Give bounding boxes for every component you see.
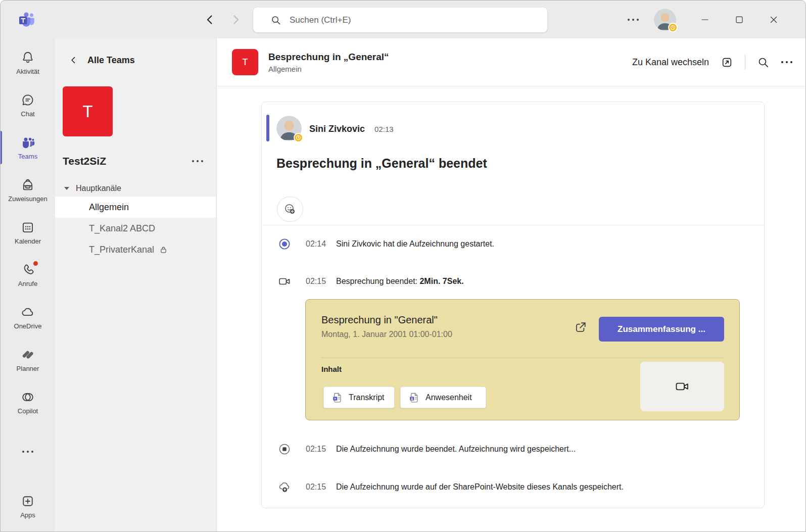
meeting-message-card: Sini Zivkovic 02:13 Besprechung in „Gene…	[261, 102, 765, 508]
event-recording-stopped: 02:15 Die Aufzeichnung wurde beendet. Au…	[278, 440, 749, 458]
rail-label: Kalender	[15, 237, 41, 245]
content-label: Inhalt	[321, 365, 342, 373]
meeting-duration: 2Min. 7Sek.	[419, 277, 463, 285]
maximize-button[interactable]	[728, 8, 751, 31]
author-avatar	[276, 116, 302, 141]
caret-down-icon	[64, 187, 69, 190]
camera-icon	[278, 275, 291, 288]
channel-label: T_Kanal2 ABCD	[89, 223, 155, 234]
transcript-label: Transkript	[349, 393, 385, 402]
switch-channel-button[interactable]: Zu Kanal wechseln	[632, 57, 709, 68]
share-button[interactable]	[574, 320, 589, 335]
event-time: 02:15	[306, 277, 328, 286]
meeting-recap-card: Besprechung in "General" Montag, 1. Janu…	[305, 299, 740, 420]
away-status-icon	[294, 133, 303, 142]
backpack-icon	[21, 178, 35, 192]
attendance-button[interactable]: Anwesenheit	[400, 386, 486, 408]
rail-more-button[interactable]	[1, 442, 55, 462]
teams-sidebar: Alle Teams T Test2SiZ Hauptkanäle Allgem…	[55, 38, 217, 531]
message-divider	[262, 225, 764, 225]
team-name: Test2SiZ	[63, 155, 106, 167]
event-time: 02:15	[306, 482, 328, 492]
calendar-icon	[21, 220, 35, 234]
camera-icon	[675, 379, 690, 394]
rail-item-apps[interactable]: Apps	[1, 485, 55, 527]
meeting-ended-title: Besprechung in „General“ beendet	[276, 156, 487, 171]
more-icon	[22, 451, 33, 453]
rail-item-copilot[interactable]: Copilot	[1, 381, 55, 423]
rail-item-calendar[interactable]: Kalender	[1, 211, 55, 254]
event-text: Die Aufzeichnung wurde auf der SharePoin…	[336, 482, 624, 492]
channel-allgemein[interactable]: Allgemein	[55, 197, 216, 218]
rail-item-calls[interactable]: Anrufe	[1, 254, 55, 296]
more-icon	[628, 19, 639, 21]
channel-label: Allgemein	[89, 202, 129, 213]
cloud-icon	[21, 305, 35, 319]
rail-label: Chat	[21, 110, 34, 118]
app-rail: Aktivität Chat Teams Zuweisungen Kalende…	[1, 38, 55, 531]
add-reaction-button[interactable]	[277, 197, 303, 222]
transcript-button[interactable]: Transkript	[323, 386, 395, 408]
attendance-doc-icon	[408, 392, 420, 404]
recap-divider	[321, 358, 724, 358]
search-icon[interactable]	[757, 56, 770, 69]
open-in-window-icon[interactable]	[721, 56, 733, 69]
header-divider	[745, 55, 745, 70]
rail-item-chat[interactable]: Chat	[1, 84, 55, 126]
event-meeting-ended: 02:15 Besprechung beendet: 2Min. 7Sek.	[278, 272, 749, 291]
chevron-right-icon	[229, 13, 243, 27]
event-text: Besprechung beendet: 2Min. 7Sek.	[336, 277, 464, 286]
team-initial: T	[82, 102, 92, 121]
section-label: Hauptkanäle	[76, 184, 121, 193]
chevron-left-icon	[203, 13, 217, 27]
apps-icon	[21, 494, 35, 508]
back-button[interactable]	[203, 13, 217, 27]
team-logo[interactable]: T	[63, 86, 113, 136]
teams-logo-icon	[17, 9, 38, 30]
rail-item-activity[interactable]: Aktivität	[1, 41, 55, 84]
recording-thumbnail[interactable]	[640, 362, 724, 411]
teams-icon	[21, 135, 35, 150]
rail-label: Apps	[20, 511, 35, 519]
rail-item-planner[interactable]: Planner	[1, 338, 55, 381]
titlebar-more-button[interactable]	[623, 14, 643, 26]
away-status-icon	[668, 23, 678, 32]
record-icon	[278, 237, 291, 251]
cloud-upload-icon	[278, 480, 291, 494]
rail-item-assignments[interactable]: Zuweisungen	[1, 169, 55, 211]
search-icon	[270, 15, 281, 26]
rail-label: Copilot	[18, 407, 38, 415]
channel-kanal2[interactable]: T_Kanal2 ABCD	[55, 218, 216, 239]
minimize-button[interactable]	[693, 8, 717, 31]
all-teams-back[interactable]: Alle Teams	[55, 38, 216, 67]
minimize-icon	[699, 14, 710, 25]
search-box[interactable]	[253, 8, 547, 32]
summary-button-label: Zusammenfassung ...	[618, 324, 705, 334]
forward-button[interactable]	[229, 13, 243, 27]
event-time: 02:15	[306, 445, 328, 454]
maximize-icon	[734, 14, 745, 25]
message-author[interactable]: Sini Zivkovic	[309, 124, 365, 134]
calls-notification-badge	[32, 260, 39, 267]
search-input[interactable]	[290, 15, 512, 25]
event-recording-saved: 02:15 Die Aufzeichnung wurde auf der Sha…	[278, 478, 749, 496]
meeting-accent-bar	[266, 115, 269, 141]
team-more-button[interactable]	[192, 160, 203, 162]
channel-label: T_PrivaterKanal	[89, 245, 154, 255]
close-icon	[768, 14, 779, 25]
profile-avatar[interactable]	[654, 9, 676, 31]
rail-item-teams[interactable]: Teams	[1, 126, 55, 169]
channel-section-header[interactable]: Hauptkanäle	[64, 183, 216, 194]
event-text: Sini Zivkovic hat die Aufzeichnung gesta…	[336, 239, 494, 249]
rail-item-onedrive[interactable]: OneDrive	[1, 296, 55, 338]
copilot-icon	[21, 390, 35, 404]
close-button[interactable]	[762, 8, 785, 31]
more-icon	[781, 61, 792, 63]
summary-button[interactable]: Zusammenfassung ...	[599, 317, 724, 342]
channel-privater-kanal[interactable]: T_PrivaterKanal	[55, 239, 216, 260]
rail-label: OneDrive	[14, 322, 42, 330]
channel-more-button[interactable]	[781, 61, 792, 63]
event-time: 02:14	[306, 239, 328, 249]
recap-datetime: Montag, 1. Januar 2001 01:00-01:00	[321, 330, 452, 339]
transcript-doc-icon	[331, 392, 344, 404]
